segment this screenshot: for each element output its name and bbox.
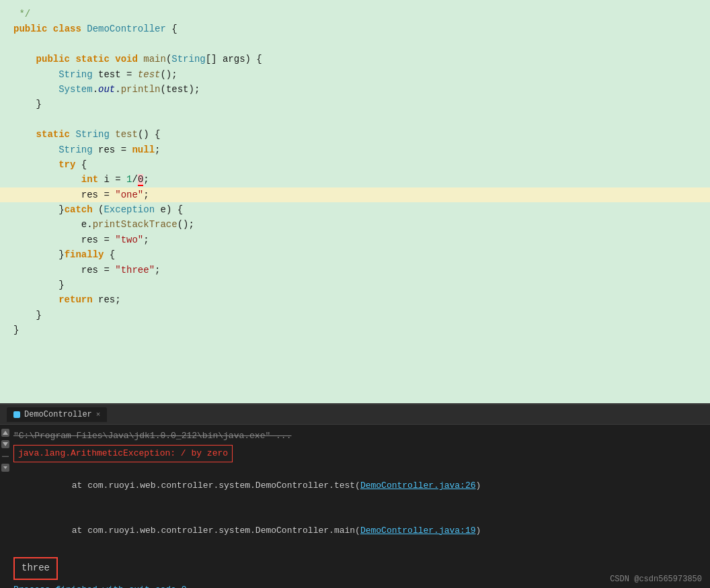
code-line: res = "two"; xyxy=(0,233,710,247)
code-line: res = "three"; xyxy=(0,263,710,278)
code-line: return res; xyxy=(0,292,710,307)
console-tab-bar: DemoController × xyxy=(0,405,710,425)
code-line: }finally { xyxy=(0,247,710,262)
code-text: res = "three"; xyxy=(13,263,160,278)
code-text: } xyxy=(13,97,42,112)
csdn-watermark: CSDN @csdn565973850 xyxy=(610,575,702,584)
arrow-down-sm-icon xyxy=(3,466,7,469)
code-line: }catch (Exception e) { xyxy=(0,202,710,217)
code-line: static String test() { xyxy=(0,127,710,142)
code-line: try { xyxy=(0,157,710,172)
console-tab-democontroller[interactable]: DemoController × xyxy=(7,407,107,422)
code-text: */ xyxy=(13,7,30,22)
code-line-highlighted: res = "one"; xyxy=(0,187,710,202)
collapse-button[interactable] xyxy=(1,464,9,472)
code-text: } xyxy=(13,308,42,323)
console-output: "C:\Program Files\Java\jdk1.0.0_212\bin\… xyxy=(0,425,710,588)
code-text: }catch (Exception e) { xyxy=(13,202,183,217)
code-line: } xyxy=(0,278,710,292)
arrow-down-icon xyxy=(3,442,8,446)
console-exception-line: java.lang.ArithmeticException: / by zero xyxy=(13,445,697,462)
code-line: } xyxy=(0,97,710,112)
code-text: e.printStackTrace(); xyxy=(13,217,194,232)
code-line: System.out.println(test); xyxy=(0,82,710,97)
console-stacktrace-1: at com.ruoyi.web.controller.system.DemoC… xyxy=(13,464,697,508)
stacktrace-suffix-1: ) xyxy=(476,480,481,491)
console-left-buttons: | xyxy=(0,425,11,472)
code-text: static String test() { xyxy=(13,127,160,142)
console-tab-label: DemoController xyxy=(24,410,92,419)
code-text: String res = null; xyxy=(13,142,160,157)
console-process-finished: Process finished with exit code 0 xyxy=(13,583,697,588)
stacktrace-prefix-2: at com.ruoyi.web.controller.system.DemoC… xyxy=(72,526,360,536)
code-line: } xyxy=(0,323,710,337)
code-line: */ xyxy=(0,7,710,22)
exception-box: java.lang.ArithmeticException: / by zero xyxy=(13,445,233,462)
code-text: res = "one"; xyxy=(13,187,149,202)
code-line: String test = test(); xyxy=(0,67,710,82)
code-block: */ public class DemoController { public … xyxy=(0,0,710,345)
code-line xyxy=(0,112,710,127)
stacktrace-suffix-2: ) xyxy=(476,526,481,536)
code-text: }finally { xyxy=(13,247,115,262)
console-panel: DemoController × | "C:\Program Files\Jav… xyxy=(0,403,710,588)
scroll-down-button[interactable] xyxy=(1,440,9,448)
console-line-path: "C:\Program Files\Java\jdk1.0.0_212\bin\… xyxy=(13,429,697,444)
code-line: e.printStackTrace(); xyxy=(0,217,710,232)
stacktrace-link-2[interactable]: DemoController.java:19 xyxy=(360,526,476,536)
code-text: int i = 1/0; xyxy=(13,172,149,187)
console-tab-close[interactable]: × xyxy=(96,411,101,419)
code-editor: */ public class DemoController { public … xyxy=(0,0,710,403)
code-line: String res = null; xyxy=(0,142,710,157)
code-line: int i = 1/0; xyxy=(0,172,710,187)
code-text: return res; xyxy=(13,292,121,307)
code-text: } xyxy=(13,323,19,337)
stacktrace-prefix-1: at com.ruoyi.web.controller.system.DemoC… xyxy=(72,480,360,491)
console-stacktrace-2: at com.ruoyi.web.controller.system.DemoC… xyxy=(13,508,697,552)
code-line xyxy=(0,37,710,52)
tab-icon xyxy=(13,411,20,418)
code-text: public class DemoController { xyxy=(13,22,178,36)
arrow-up-icon xyxy=(3,431,8,435)
output-three-box: three xyxy=(13,557,58,580)
code-text: System.out.println(test); xyxy=(13,82,200,97)
console-output-three-line: three xyxy=(13,556,697,580)
scroll-up-button[interactable] xyxy=(1,429,9,437)
code-text: String test = test(); xyxy=(13,67,178,82)
code-line: } xyxy=(0,308,710,323)
scrollbar-indicator: | xyxy=(2,454,9,459)
code-line: public static void main(String[] args) { xyxy=(0,52,710,67)
code-text: } xyxy=(13,278,65,292)
code-line: public class DemoController { xyxy=(0,22,710,36)
code-text: try { xyxy=(13,157,87,172)
stacktrace-link-1[interactable]: DemoController.java:26 xyxy=(360,480,476,491)
code-text: res = "two"; xyxy=(13,233,149,247)
code-text: public static void main(String[] args) { xyxy=(13,52,262,67)
